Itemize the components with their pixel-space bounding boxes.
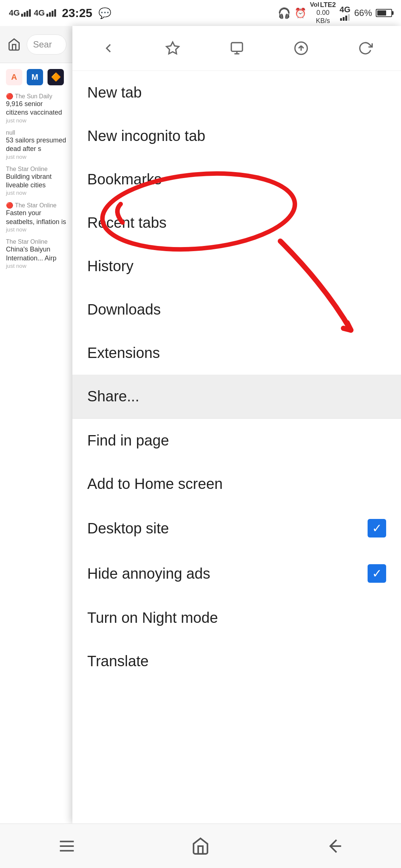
status-bar: 4G 4G 23:25 💬 🎧 ⏰ Vol LTE2 (0, 0, 401, 26)
svg-rect-1 (231, 43, 242, 51)
news-title-1: 9,916 senior citizens vaccinated (6, 100, 66, 117)
menu-item-find-in-page[interactable]: Find in page (72, 419, 401, 462)
menu-item-hide-annoying-ads-label: Hide annoying ads (87, 565, 210, 582)
news-time-4: just now (6, 226, 66, 233)
menu-item-new-tab[interactable]: New tab (72, 71, 401, 114)
back-nav-button[interactable] (319, 831, 349, 861)
menu-item-hide-annoying-ads[interactable]: Hide annoying ads ✓ (72, 551, 401, 596)
lte2-label: LTE2 (320, 1, 336, 9)
menu-item-translate[interactable]: Translate (72, 640, 401, 683)
menu-item-new-incognito-tab[interactable]: New incognito tab (72, 114, 401, 158)
news-source-5: The Star Online (6, 239, 66, 245)
bookmark-star-icon[interactable] (158, 33, 188, 63)
menu-item-bookmarks[interactable]: Bookmarks (72, 158, 401, 201)
hide-annoying-ads-checkbox[interactable]: ✓ (368, 564, 386, 583)
menu-item-desktop-site-label: Desktop site (87, 520, 169, 537)
news-title-4: Fasten your seatbelts, inflation is (6, 209, 66, 226)
status-left: 4G 4G 23:25 💬 (9, 6, 111, 20)
news-time-2: just now (6, 154, 66, 160)
data-speed-value: 0.00 (316, 9, 329, 17)
menu-item-history[interactable]: History (72, 244, 401, 288)
network-label-1: 4G (9, 8, 20, 18)
news-item-1: 🔴 The Sun Daily 9,916 senior citizens va… (6, 93, 66, 124)
download-icon-top[interactable] (222, 33, 252, 63)
reload-icon[interactable] (351, 33, 380, 63)
signal-bars-1 (21, 9, 31, 17)
browser-search-bar: Sear (27, 34, 66, 55)
menu-item-share[interactable]: Share... (72, 375, 401, 418)
menu-item-recent-tabs[interactable]: Recent tabs (72, 201, 401, 244)
news-title-3: Building vibrant liveable cities (6, 172, 66, 190)
news-source-4: 🔴 The Star Online (6, 202, 66, 209)
menu-item-bookmarks-label: Bookmarks (87, 171, 162, 188)
time-display: 23:25 (62, 6, 92, 20)
headphone-icon: 🎧 (278, 7, 291, 19)
news-time-1: just now (6, 117, 66, 124)
news-title-2: 53 sailors presumed dead after s (6, 136, 66, 154)
navigation-bar (0, 823, 401, 868)
menu-item-translate-label: Translate (87, 653, 149, 670)
news-item-4: 🔴 The Star Online Fasten your seatbelts,… (6, 202, 66, 233)
shortcut-icons-row: A M 🔶 (6, 69, 66, 85)
browser-menu: New tab New incognito tab Bookmarks Rece… (72, 26, 401, 823)
data-speed: Vol LTE2 0.00 KB/s (310, 1, 336, 25)
alarm-icon: ⏰ (294, 7, 306, 19)
menu-item-recent-tabs-label: Recent tabs (87, 214, 166, 231)
signal-group-1: 4G (9, 8, 31, 18)
menu-item-downloads[interactable]: Downloads (72, 288, 401, 331)
news-item-3: The Star Online Building vibrant liveabl… (6, 166, 66, 196)
menu-item-extensions[interactable]: Extensions (72, 331, 401, 375)
desktop-site-checkbox[interactable]: ✓ (368, 519, 386, 537)
news-source-1: 🔴 The Sun Daily (6, 93, 66, 100)
news-time-5: just now (6, 263, 66, 269)
actifit-shortcut: A (6, 69, 22, 85)
mediafire-shortcut: M (27, 69, 43, 85)
signal-bars-3 (340, 14, 350, 21)
home-nav-button[interactable] (186, 831, 215, 861)
menu-item-turn-on-night-mode[interactable]: Turn on Night mode (72, 596, 401, 640)
news-items-bg: 🔴 The Sun Daily 9,916 senior citizens va… (6, 93, 66, 269)
browser-content-area: A M 🔶 🔴 The Sun Daily 9,916 senior citiz… (0, 63, 72, 281)
menu-item-find-in-page-label: Find in page (87, 432, 169, 449)
signal-bars-2 (46, 9, 56, 17)
news-time-3: just now (6, 190, 66, 196)
news-source-3: The Star Online (6, 166, 66, 172)
menu-item-add-to-home-screen-label: Add to Home screen (87, 476, 223, 492)
network-type-4g2: 4G (340, 5, 351, 21)
browser-background: Sear A M 🔶 🔴 The Sun Daily 9,916 senior … (0, 26, 72, 823)
network-label-2: 4G (34, 8, 45, 18)
menu-item-share-label: Share... (87, 388, 139, 405)
binance-shortcut: 🔶 (48, 69, 64, 85)
battery-percent-label: 66% (354, 8, 372, 18)
news-source-2: null (6, 129, 66, 136)
menu-item-new-incognito-tab-label: New incognito tab (87, 128, 205, 144)
whatsapp-icon: 💬 (98, 7, 111, 19)
menu-item-desktop-site[interactable]: Desktop site ✓ (72, 506, 401, 551)
upload-share-icon[interactable] (286, 33, 316, 63)
news-item-5: The Star Online China's Baiyun Internati… (6, 239, 66, 269)
menu-item-history-label: History (87, 258, 133, 274)
menu-item-turn-on-night-mode-label: Turn on Night mode (87, 609, 218, 626)
menu-item-add-to-home-screen[interactable]: Add to Home screen (72, 462, 401, 506)
news-item-2: null 53 sailors presumed dead after s ju… (6, 129, 66, 160)
back-icon-top[interactable] (94, 33, 123, 63)
svg-marker-0 (166, 42, 179, 54)
menu-top-icons-row (72, 26, 401, 71)
search-placeholder-text: Sear (33, 39, 52, 50)
status-right: 🎧 ⏰ Vol LTE2 0.00 KB/s 4G 66% (278, 1, 392, 25)
vol-label: Vol (310, 1, 319, 9)
browser-toolbar: Sear (0, 26, 72, 63)
menu-item-new-tab-label: New tab (87, 84, 142, 101)
menu-nav-button[interactable] (52, 831, 82, 861)
menu-item-downloads-label: Downloads (87, 301, 161, 318)
battery-icon (376, 9, 392, 17)
battery-fill (377, 10, 386, 16)
signal-group-2: 4G (34, 8, 56, 18)
menu-item-extensions-label: Extensions (87, 345, 160, 361)
browser-home-icon (6, 36, 22, 53)
news-title-5: China's Baiyun Internation... Airp (6, 245, 66, 263)
data-speed-unit: KB/s (316, 17, 330, 25)
